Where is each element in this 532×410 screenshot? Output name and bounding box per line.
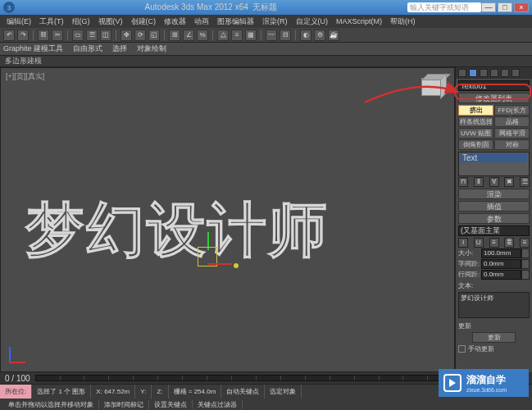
snap-icon[interactable]: ⊞ [169, 30, 180, 41]
curve-editor-icon[interactable]: 〰 [266, 30, 277, 41]
redo-icon[interactable]: ↷ [17, 30, 29, 41]
uvw-button[interactable]: UVW 贴图 [458, 128, 493, 139]
menu-group[interactable]: 组(G) [69, 16, 93, 27]
material-icon[interactable]: ◐ [300, 30, 311, 41]
ribbon-select[interactable]: 选择 [112, 43, 127, 54]
link-icon[interactable]: ⛓ [38, 30, 49, 41]
percent-snap-icon[interactable]: % [197, 30, 208, 41]
align-center-icon[interactable]: ≣ [504, 238, 514, 248]
menu-tools[interactable]: 工具(T) [36, 16, 67, 27]
menu-render[interactable]: 渲染(R) [259, 16, 291, 27]
show-result-icon[interactable]: Ⅱ [474, 177, 484, 187]
remove-mod-icon[interactable]: ✖ [504, 177, 514, 187]
menu-custom[interactable]: 自定义(U) [293, 16, 332, 27]
ribbon-paint[interactable]: 对象绘制 [137, 43, 166, 54]
pin-stack-icon[interactable]: ⊓ [458, 177, 468, 187]
menu-graph[interactable]: 图形编辑器 [214, 16, 257, 27]
gizmo-x-axis-icon[interactable] [207, 263, 232, 265]
lattice-button[interactable]: 晶格 [494, 116, 530, 127]
scale-icon[interactable]: ◱ [148, 30, 160, 41]
rotate-icon[interactable]: ⟳ [134, 30, 146, 41]
transform-gizmo[interactable] [189, 232, 239, 281]
undo-icon[interactable]: ↶ [3, 30, 15, 41]
manual-update-checkbox[interactable] [458, 345, 466, 353]
rollout-render[interactable]: 渲染 [458, 189, 530, 199]
menu-modifiers[interactable]: 修改器 [161, 16, 189, 27]
add-time-tag[interactable]: 添加时间标记 [99, 400, 149, 409]
angle-snap-icon[interactable]: ∠ [183, 30, 194, 41]
kerning-input[interactable]: 0.0mm [481, 259, 521, 269]
align-left-icon[interactable]: ≡ [489, 238, 499, 248]
extrude-button[interactable]: 挤出 [458, 105, 493, 116]
rollout-params[interactable]: 参数 [458, 213, 530, 224]
italic-icon[interactable]: I [458, 238, 468, 248]
meshsmooth-button[interactable]: 网格平滑 [494, 128, 530, 139]
size-input[interactable]: 100.0mm [481, 248, 521, 258]
leading-input[interactable]: 0.0mm [481, 270, 521, 280]
select-region-icon[interactable]: ◫ [100, 30, 111, 41]
unique-icon[interactable]: ∀ [489, 177, 499, 187]
select-icon[interactable]: ▭ [72, 30, 84, 41]
key-filter-button[interactable]: 关键点过滤器 [193, 400, 243, 409]
tab-polymodel[interactable]: 多边形建模 [5, 56, 42, 66]
view-cube[interactable] [418, 73, 446, 101]
unlink-icon[interactable]: ✂ [52, 30, 63, 41]
align-icon[interactable]: ≡ [231, 30, 243, 41]
modify-tab-icon[interactable] [469, 69, 477, 77]
ffd-button[interactable]: FFD(长方体) [494, 105, 530, 116]
coord-z[interactable]: Z: [152, 385, 168, 399]
chamfer-button[interactable]: 倒角剖面 [458, 139, 493, 150]
update-button[interactable]: 更新 [472, 332, 515, 343]
configure-icon[interactable]: ☰ [520, 177, 530, 187]
scene-text-object[interactable]: 梦幻设计师 [25, 191, 329, 270]
selected-obj-label[interactable]: 选定对象 [265, 385, 302, 399]
menu-edit[interactable]: 编辑(E) [3, 16, 34, 27]
menu-create[interactable]: 创建(C) [128, 16, 160, 27]
create-tab-icon[interactable] [458, 69, 466, 77]
align-right-icon[interactable]: ≡ [520, 238, 530, 248]
motion-tab-icon[interactable] [490, 69, 498, 77]
move-icon[interactable]: ✥ [120, 30, 132, 41]
viewport-label[interactable]: [+][页][真实] [6, 71, 44, 82]
gizmo-handle-icon[interactable] [234, 263, 239, 268]
rollout-interp[interactable]: 插值 [458, 201, 530, 212]
help-search-input[interactable]: 输入关键字或短语 [407, 2, 481, 12]
object-name-input[interactable] [458, 80, 530, 91]
set-key-button[interactable]: 设置关键点 [149, 400, 193, 409]
underline-icon[interactable]: U [474, 238, 484, 248]
schematic-icon[interactable]: ⊟ [280, 30, 291, 41]
select-name-icon[interactable]: ☰ [86, 30, 98, 41]
ribbon-graphite[interactable]: Graphite 建模工具 [3, 43, 63, 54]
size-spinner[interactable] [521, 248, 530, 258]
ribbon-freeform[interactable]: 自由形式 [73, 43, 102, 54]
utility-tab-icon[interactable] [512, 69, 520, 77]
render-setup-icon[interactable]: ⚙ [314, 30, 325, 41]
menu-help[interactable]: 帮助(H) [387, 16, 419, 27]
coord-x[interactable]: X: 647.52m [91, 385, 135, 399]
close-button[interactable]: × [514, 2, 529, 12]
leading-spinner[interactable] [521, 270, 530, 280]
display-tab-icon[interactable] [501, 69, 509, 77]
minimize-button[interactable]: — [481, 2, 496, 12]
menu-view[interactable]: 视图(V) [95, 16, 126, 27]
autokey-button[interactable]: 自动关键点 [221, 385, 265, 399]
viewport[interactable]: [+][页][真实] 梦幻设计师 [0, 67, 455, 372]
app-logo[interactable]: 3 [3, 2, 15, 13]
render-icon[interactable]: ☕ [328, 30, 339, 41]
maximize-button[interactable]: □ [498, 2, 512, 12]
modifier-list-dropdown[interactable]: 修改器列表 [458, 93, 530, 103]
coord-y[interactable]: Y: [135, 385, 152, 399]
text-input[interactable]: 梦幻设计师 [458, 292, 530, 318]
symmetry-button[interactable]: 对称 [494, 139, 530, 150]
menu-maxscript[interactable]: MAXScript(M) [333, 17, 385, 25]
menu-animation[interactable]: 动画 [191, 16, 212, 27]
spline-select-button[interactable]: 样条线选择 [458, 116, 493, 127]
hierarchy-tab-icon[interactable] [480, 69, 488, 77]
kerning-spinner[interactable] [521, 259, 530, 269]
modifier-stack[interactable]: Text [458, 152, 530, 176]
layers-icon[interactable]: ▦ [245, 30, 257, 41]
mirror-icon[interactable]: ⧋ [217, 30, 229, 41]
stack-item-text[interactable]: Text [461, 153, 527, 162]
font-dropdown[interactable] [458, 226, 530, 236]
world-axis-icon [9, 339, 34, 363]
